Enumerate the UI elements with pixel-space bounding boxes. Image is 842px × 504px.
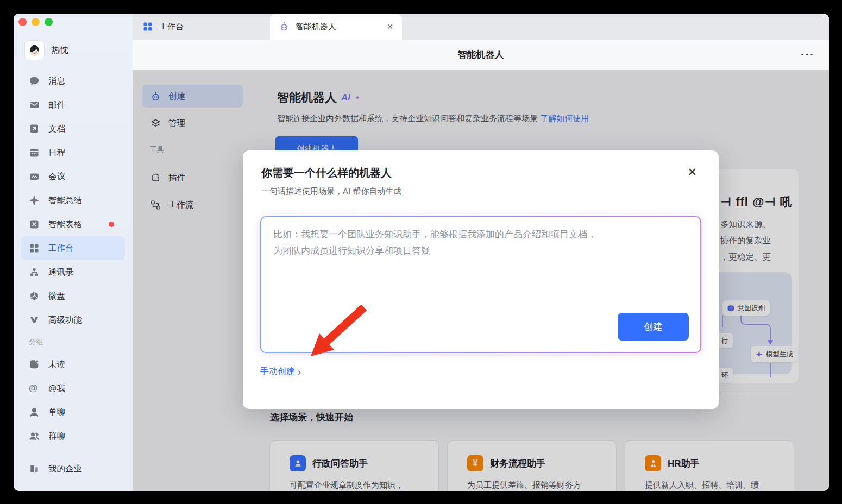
tab-workspace[interactable]: 工作台 xyxy=(134,14,271,40)
sidebar-item-smart-sheet[interactable]: 智能表格 xyxy=(14,212,127,236)
minimize-window-button[interactable] xyxy=(32,18,40,26)
robot-icon xyxy=(279,21,290,32)
sidebar-item-workspace[interactable]: 工作台 xyxy=(21,236,125,260)
ai-star-icon: ✦ xyxy=(355,94,360,102)
section-title: 智能机器人 AI ✦ xyxy=(277,90,360,106)
clipped-card-title: ⊣ ffl @⊣ 吼 xyxy=(720,194,793,210)
scene-card-finance[interactable]: ¥ 财务流程助手 为员工提供差旅、报销等财务方 xyxy=(447,440,617,491)
section-description-text: 智能连接企业内外数据和系统，支持企业知识问答和复杂业务流程等场景 xyxy=(277,114,540,123)
subnav-label: 创建 xyxy=(168,91,185,102)
sidebar-item-messages[interactable]: 消息 xyxy=(14,69,127,93)
subnav-item-create[interactable]: 创建 xyxy=(142,85,243,108)
sidebar-item-direct-chats[interactable]: 单聊 xyxy=(14,400,127,424)
cube-icon xyxy=(29,291,40,301)
main-sidebar: 热忱 消息 邮件 文档 日程 会议 xyxy=(14,14,133,491)
scene-card-desc: 为员工提供差旅、报销等财务方 xyxy=(467,480,581,490)
at-icon: @ xyxy=(29,383,40,394)
sidebar-item-label: 智能总结 xyxy=(48,195,82,206)
sparkle-icon xyxy=(29,195,40,206)
notification-dot xyxy=(109,222,114,227)
sidebar-item-meetings[interactable]: 会议 xyxy=(14,165,127,188)
tag-intent-recognition: 意图识别 xyxy=(722,300,770,316)
subnav-item-manage[interactable]: 管理 xyxy=(142,112,243,135)
modal-create-button[interactable]: 创建 xyxy=(618,313,689,341)
meeting-icon xyxy=(29,171,40,182)
window-controls xyxy=(18,18,53,26)
intent-icon xyxy=(727,305,734,312)
enterprise-icon xyxy=(29,463,40,474)
tag-clipped-2: 环 xyxy=(717,368,733,383)
sidebar-item-label: 单聊 xyxy=(48,407,65,418)
sidebar-item-label: 智能表格 xyxy=(48,219,82,230)
tag-model-generation: 模型生成 xyxy=(751,346,798,362)
sidebar-item-calendar[interactable]: 日程 xyxy=(14,141,127,165)
sidebar-item-mentions[interactable]: @ @我 xyxy=(14,376,127,400)
unread-badge-icon xyxy=(29,359,40,370)
tab-label: 智能机器人 xyxy=(296,22,336,32)
user-profile[interactable]: 热忱 xyxy=(25,41,68,60)
sidebar-item-my-enterprise[interactable]: 我的企业 xyxy=(14,457,127,481)
calendar-icon xyxy=(29,147,40,158)
sidebar-item-label: 文档 xyxy=(48,123,65,135)
sidebar-item-advanced[interactable]: 高级功能 xyxy=(14,308,127,332)
sidebar-item-group-chats[interactable]: 群聊 xyxy=(14,424,127,448)
tag-label: 意图识别 xyxy=(738,304,765,313)
yuan-sign-icon: ¥ xyxy=(467,455,483,471)
scene-card-title: HR助手 xyxy=(668,457,700,470)
tag-label: 行 xyxy=(721,336,728,345)
close-window-button[interactable] xyxy=(18,18,27,26)
manual-create-link[interactable]: 手动创建 › xyxy=(260,366,301,377)
org-chart-icon xyxy=(29,267,40,278)
sidebar-item-label: 工作台 xyxy=(48,243,74,254)
puzzle-icon xyxy=(150,172,161,184)
sidebar-item-label: 我的企业 xyxy=(48,463,82,475)
document-icon xyxy=(29,123,40,134)
sidebar-item-contacts[interactable]: 通讯录 xyxy=(14,260,127,284)
scene-card-admin-qa[interactable]: 行政问答助手 可配置企业规章制度作为知识， xyxy=(269,440,439,491)
divider xyxy=(720,393,794,393)
page-title: 智能机器人 xyxy=(133,40,829,70)
sidebar-item-label: 通讯录 xyxy=(48,267,74,278)
sidebar-item-mail[interactable]: 邮件 xyxy=(14,93,127,117)
sidebar-item-ai-summary[interactable]: 智能总结 xyxy=(14,188,127,212)
subnav-item-workflow[interactable]: 工作流 xyxy=(142,193,243,216)
sidebar-item-label: 群聊 xyxy=(48,431,65,442)
grid-icon xyxy=(142,21,153,32)
manual-create-label: 手动创建 xyxy=(260,366,295,377)
people-icon xyxy=(29,431,40,442)
scenes-heading: 选择场景，快速开始 xyxy=(270,411,353,424)
sidebar-nav: 消息 邮件 文档 日程 会议 智能总结 xyxy=(14,69,133,481)
admin-person-icon xyxy=(290,455,306,471)
subnav-section-label: 工具 xyxy=(149,145,164,155)
more-options-icon[interactable]: ··· xyxy=(801,40,815,70)
sidebar-item-label: @我 xyxy=(48,383,65,394)
learn-how-link[interactable]: 了解如何使用 xyxy=(540,114,589,123)
person-icon xyxy=(29,407,40,418)
table-icon xyxy=(29,219,40,230)
subnav-item-plugin[interactable]: 插件 xyxy=(142,166,243,189)
bot-description-inputbox: 创建 xyxy=(260,216,701,353)
scene-card-desc: 可配置企业规章制度作为知识， xyxy=(290,480,404,490)
sidebar-item-label: 消息 xyxy=(48,75,65,87)
section-title-text: 智能机器人 xyxy=(277,90,337,106)
clipped-card-text: ，更稳定、更 xyxy=(720,251,771,263)
close-icon[interactable]: ✕ xyxy=(687,166,697,179)
sidebar-item-drive[interactable]: 微盘 xyxy=(14,284,127,308)
scene-card-hr[interactable]: HR助手 提供新人入职、招聘、培训、绩 xyxy=(625,440,794,491)
create-bot-modal: 你需要一个什么样的机器人 ✕ 一句话描述使用场景，AI 帮你自动生成 创建 手动… xyxy=(243,150,719,409)
tab-bar: 工作台 智能机器人 ✕ xyxy=(133,14,829,40)
sidebar-group-label: 分组 xyxy=(14,332,133,352)
workflow-icon xyxy=(150,199,161,211)
section-description: 智能连接企业内外数据和系统，支持企业知识问答和复杂业务流程等场景 了解如何使用 xyxy=(277,114,589,124)
layers-icon xyxy=(150,118,161,129)
tab-ai-bot[interactable]: 智能机器人 ✕ xyxy=(270,14,402,40)
close-tab-icon[interactable]: ✕ xyxy=(387,22,393,31)
subnav-label: 管理 xyxy=(168,118,185,129)
user-name: 热忱 xyxy=(51,45,68,56)
sidebar-item-docs[interactable]: 文档 xyxy=(14,117,127,141)
grid-icon xyxy=(29,243,40,254)
chat-bubble-icon xyxy=(29,75,40,86)
sidebar-item-unread[interactable]: 未读 xyxy=(14,352,127,376)
sidebar-item-label: 邮件 xyxy=(48,99,65,111)
zoom-window-button[interactable] xyxy=(45,18,53,26)
